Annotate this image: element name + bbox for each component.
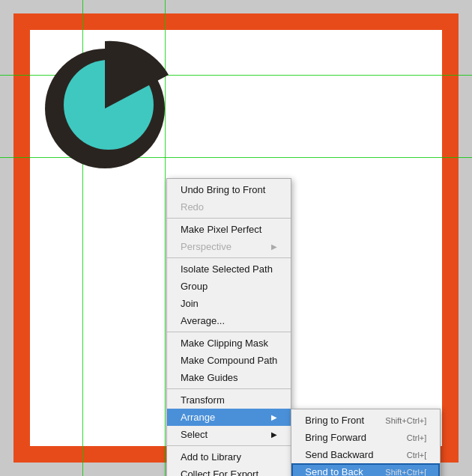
canvas-area: Undo Bring to Front Redo Make Pixel Perf… xyxy=(0,0,472,476)
menu-separator-1 xyxy=(167,218,291,219)
menu-item-isolate-selected-path[interactable]: Isolate Selected Path xyxy=(167,260,291,278)
menu-item-make-compound-path[interactable]: Make Compound Path xyxy=(167,352,291,369)
menu-item-join[interactable]: Join xyxy=(167,295,291,312)
context-menu: Undo Bring to Front Redo Make Pixel Perf… xyxy=(166,178,291,476)
menu-item-add-to-library[interactable]: Add to Library xyxy=(167,448,291,466)
menu-separator-3 xyxy=(167,332,291,332)
menu-separator-2 xyxy=(167,257,291,258)
submenu-arrange: Bring to Front Shift+Ctrl+] Bring Forwar… xyxy=(291,409,441,476)
arrow-icon: ▶ xyxy=(271,242,277,251)
submenu-item-send-backward[interactable]: Send Backward Ctrl+[ xyxy=(291,446,440,463)
arrange-arrow-icon: ▶ xyxy=(271,413,277,421)
menu-item-redo: Redo xyxy=(167,198,291,216)
menu-item-make-pixel-perfect[interactable]: Make Pixel Perfect xyxy=(167,221,291,238)
menu-separator-4 xyxy=(167,388,291,389)
submenu-item-bring-to-front[interactable]: Bring to Front Shift+Ctrl+] xyxy=(291,412,440,429)
arrange-container: Arrange ▶ Bring to Front Shift+Ctrl+] Br… xyxy=(167,409,291,426)
submenu-item-bring-forward[interactable]: Bring Forward Ctrl+] xyxy=(291,429,440,446)
graphic-object xyxy=(30,37,169,178)
menu-separator-5 xyxy=(167,445,291,446)
menu-item-average[interactable]: Average... xyxy=(167,312,291,329)
menu-item-select[interactable]: Select ▶ xyxy=(167,426,291,443)
menu-item-make-guides[interactable]: Make Guides xyxy=(167,369,291,386)
menu-item-transform[interactable]: Transform xyxy=(167,391,291,409)
select-arrow-icon: ▶ xyxy=(271,430,277,439)
menu-item-perspective: Perspective ▶ xyxy=(167,238,291,255)
menu-item-collect-for-export[interactable]: Collect For Export xyxy=(167,466,291,476)
menu-item-group[interactable]: Group xyxy=(167,278,291,295)
menu-item-undo-bring-to-front[interactable]: Undo Bring to Front xyxy=(167,181,291,198)
submenu-item-send-to-back[interactable]: Send to Back Shift+Ctrl+[ xyxy=(291,463,440,476)
menu-item-make-clipping-mask[interactable]: Make Clipping Mask xyxy=(167,335,291,352)
menu-item-arrange[interactable]: Arrange ▶ xyxy=(167,409,291,426)
